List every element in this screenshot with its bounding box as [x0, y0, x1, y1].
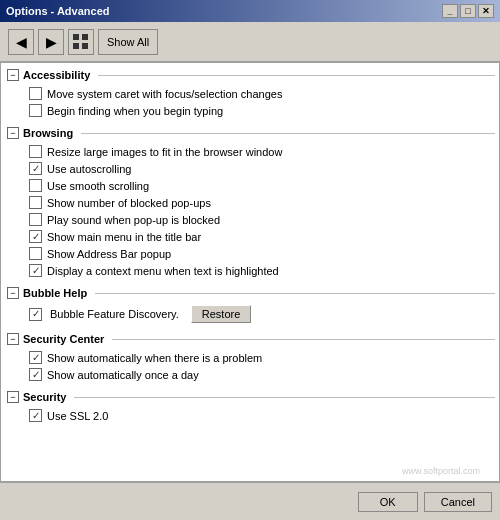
section-bubble_help: −Bubble HelpBubble Feature Discovery.Res… [5, 287, 495, 325]
section-toggle-security[interactable]: − [7, 391, 19, 403]
section-security_center: −Security CenterShow automatically when … [5, 333, 495, 383]
section-separator-security [74, 397, 495, 398]
option-item-sec1[interactable]: Use SSL 2.0 [5, 407, 495, 424]
section-toggle-browsing[interactable]: − [7, 127, 19, 139]
checkbox-br8[interactable] [29, 264, 42, 277]
show-all-label: Show All [107, 36, 149, 48]
checkbox-sc2[interactable] [29, 368, 42, 381]
option-label-sc2: Show automatically once a day [47, 369, 199, 381]
section-title-browsing: Browsing [23, 127, 73, 139]
ok-button[interactable]: OK [358, 492, 418, 512]
option-label-sc1: Show automatically when there is a probl… [47, 352, 262, 364]
option-label-acc2: Begin finding when you begin typing [47, 105, 223, 117]
forward-button[interactable]: ▶ [38, 29, 64, 55]
checkbox-br2[interactable] [29, 162, 42, 175]
restore-button-bubble_help[interactable]: Restore [191, 305, 252, 323]
option-item-br7[interactable]: Show Address Bar popup [5, 245, 495, 262]
section-header-security: −Security [5, 391, 495, 403]
option-label-br7: Show Address Bar popup [47, 248, 171, 260]
maximize-button[interactable]: □ [460, 4, 476, 18]
section-browsing: −BrowsingResize large images to fit in t… [5, 127, 495, 279]
checkbox-br3[interactable] [29, 179, 42, 192]
option-item-br3[interactable]: Use smooth scrolling [5, 177, 495, 194]
section-separator-security_center [112, 339, 495, 340]
option-label-br6: Show main menu in the title bar [47, 231, 201, 243]
option-item-br2[interactable]: Use autoscrolling [5, 160, 495, 177]
section-header-security_center: −Security Center [5, 333, 495, 345]
option-item-acc2[interactable]: Begin finding when you begin typing [5, 102, 495, 119]
window-title: Options - Advanced [6, 5, 110, 17]
section-title-security: Security [23, 391, 66, 403]
option-item-br4[interactable]: Show number of blocked pop-ups [5, 194, 495, 211]
option-label-acc1: Move system caret with focus/selection c… [47, 88, 282, 100]
option-item-sc2[interactable]: Show automatically once a day [5, 366, 495, 383]
close-button[interactable]: ✕ [478, 4, 494, 18]
checkbox-bh1[interactable] [29, 308, 42, 321]
title-bar: Options - Advanced _ □ ✕ [0, 0, 500, 22]
checkbox-br6[interactable] [29, 230, 42, 243]
view-toggle-button[interactable] [68, 29, 94, 55]
option-item-br1[interactable]: Resize large images to fit in the browse… [5, 143, 495, 160]
checkbox-br1[interactable] [29, 145, 42, 158]
option-label-br4: Show number of blocked pop-ups [47, 197, 211, 209]
section-title-accessibility: Accessibility [23, 69, 90, 81]
section-toggle-bubble_help[interactable]: − [7, 287, 19, 299]
option-label-br3: Use smooth scrolling [47, 180, 149, 192]
bottom-bar: OK Cancel [0, 482, 500, 520]
checkbox-br4[interactable] [29, 196, 42, 209]
checkbox-sc1[interactable] [29, 351, 42, 364]
options-scroll-area[interactable]: −AccessibilityMove system caret with foc… [1, 63, 499, 481]
minimize-button[interactable]: _ [442, 4, 458, 18]
option-item-br5[interactable]: Play sound when pop-up is blocked [5, 211, 495, 228]
option-item-br6[interactable]: Show main menu in the title bar [5, 228, 495, 245]
option-label-sec1: Use SSL 2.0 [47, 410, 108, 422]
section-toggle-security_center[interactable]: − [7, 333, 19, 345]
checkbox-br5[interactable] [29, 213, 42, 226]
option-item-acc1[interactable]: Move system caret with focus/selection c… [5, 85, 495, 102]
section-separator-browsing [81, 133, 495, 134]
option-label-br5: Play sound when pop-up is blocked [47, 214, 220, 226]
checkbox-sec1[interactable] [29, 409, 42, 422]
option-label-br8: Display a context menu when text is high… [47, 265, 279, 277]
option-label-br1: Resize large images to fit in the browse… [47, 146, 282, 158]
toolbar: ◀ ▶ Show All [0, 22, 500, 62]
option-label-br2: Use autoscrolling [47, 163, 131, 175]
window-controls: _ □ ✕ [442, 4, 494, 18]
section-title-bubble_help: Bubble Help [23, 287, 87, 299]
section-accessibility: −AccessibilityMove system caret with foc… [5, 69, 495, 119]
section-toggle-accessibility[interactable]: − [7, 69, 19, 81]
section-header-browsing: −Browsing [5, 127, 495, 139]
back-button[interactable]: ◀ [8, 29, 34, 55]
option-item-bh1[interactable]: Bubble Feature Discovery.Restore [5, 303, 495, 325]
show-all-button[interactable]: Show All [98, 29, 158, 55]
cancel-button[interactable]: Cancel [424, 492, 492, 512]
main-content: −AccessibilityMove system caret with foc… [0, 62, 500, 482]
section-separator-accessibility [98, 75, 495, 76]
option-label-bh1: Bubble Feature Discovery. [50, 308, 179, 320]
checkbox-acc2[interactable] [29, 104, 42, 117]
option-item-sc1[interactable]: Show automatically when there is a probl… [5, 349, 495, 366]
section-security: −SecurityUse SSL 2.0 [5, 391, 495, 424]
checkbox-acc1[interactable] [29, 87, 42, 100]
checkbox-br7[interactable] [29, 247, 42, 260]
section-header-accessibility: −Accessibility [5, 69, 495, 81]
section-separator-bubble_help [95, 293, 495, 294]
section-header-bubble_help: −Bubble Help [5, 287, 495, 299]
option-item-br8[interactable]: Display a context menu when text is high… [5, 262, 495, 279]
section-title-security_center: Security Center [23, 333, 104, 345]
